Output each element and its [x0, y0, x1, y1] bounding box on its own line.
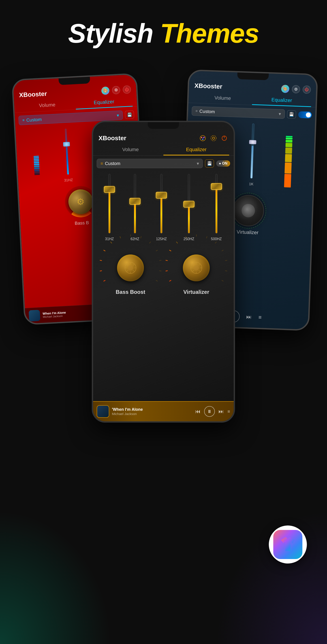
save-btn-red[interactable]: 💾: [125, 110, 134, 119]
svg-point-2: [203, 137, 205, 138]
thumb-31hz-red[interactable]: [63, 142, 70, 147]
svg-line-27: [192, 270, 194, 272]
preset-dropdown-blue[interactable]: ≡ Custom ▾: [192, 106, 285, 119]
svg-point-5: [211, 136, 216, 141]
player-bar-gold: 'When I'm Alone Michael Jackson ⏮ ⏸ ⏭ ≡: [93, 401, 234, 421]
freq-31hz-gold: 31HZ: [105, 237, 114, 241]
freq-31hz-red: 31HZ: [64, 178, 73, 182]
svg-line-25: [199, 270, 200, 272]
palette-icon-red[interactable]: 🎨: [101, 86, 110, 95]
bass-gear-icon: [123, 260, 138, 276]
settings-icon-red[interactable]: ⚙: [112, 86, 120, 94]
power-icon-blue[interactable]: ⏻: [302, 86, 311, 94]
freq-500hz-gold: 500HZ: [211, 237, 222, 241]
knob-row-gold: Bass Boost: [93, 246, 234, 300]
power-icon-red[interactable]: ⏻: [123, 86, 131, 94]
slider-500hz-gold: 500HZ: [211, 174, 222, 241]
gear-icon-red: ⚙: [76, 196, 85, 207]
settings-icon-gold[interactable]: [209, 134, 218, 142]
pause-btn-gold[interactable]: ⏸: [204, 406, 215, 417]
app-icon-inner: [273, 530, 302, 559]
eq-bars-blue: [284, 136, 292, 188]
preset-label-gold: Custom: [105, 161, 120, 166]
phone-gold-header: XBooster: [93, 130, 234, 144]
bg-glow-right: [215, 510, 327, 644]
playlist-btn-gold[interactable]: ≡: [227, 409, 230, 414]
tab-equalizer-blue[interactable]: Equalizer: [252, 94, 311, 107]
notch-gold: [148, 122, 179, 129]
thumb-31hz-gold[interactable]: [104, 186, 115, 193]
save-btn-gold[interactable]: 💾: [205, 160, 214, 168]
app-icon-svg: [277, 533, 299, 556]
bass-boost-knob: Bass Boost: [113, 250, 148, 295]
preset-dropdown-gold[interactable]: ≡ Custom ▾: [97, 159, 203, 168]
freq-250hz-gold: 250HZ: [184, 237, 194, 241]
preset-bar-blue: ≡ Custom ▾ 💾: [192, 106, 312, 120]
title-themes: Themes: [160, 18, 259, 48]
palette-icon-blue[interactable]: 🎨: [281, 85, 289, 93]
next-btn-blue[interactable]: ⏭: [246, 314, 252, 320]
phone-gold-inner: XBooster Volume Equalizer ≡ Cust: [93, 122, 234, 421]
settings-icon-blue[interactable]: ⚙: [292, 85, 300, 93]
toggle-on-gold[interactable]: ● ON: [216, 160, 230, 166]
toggle-label-gold: ● ON: [219, 162, 227, 165]
virtualizer-knob-container: [178, 250, 214, 286]
thumb-250hz-gold[interactable]: [183, 201, 194, 208]
next-btn-gold[interactable]: ⏭: [218, 408, 224, 414]
phone-red-icons: 🎨 ⚙ ⏻: [101, 86, 131, 95]
song-title-gold: 'When I'm Alone: [112, 407, 192, 412]
toggle-blue[interactable]: [298, 111, 312, 118]
phone-gold-tabs: Volume Equalizer: [93, 144, 234, 156]
slider-62hz-gold: 62HZ: [131, 174, 139, 241]
virtualizer-gear-icon: [188, 260, 204, 276]
slider-125hz-gold: 125HZ: [156, 174, 167, 241]
virtualizer-label-gold: Virtualizer: [183, 289, 209, 295]
svg-point-1: [201, 137, 202, 138]
phone-gold-logo: XBooster: [99, 134, 126, 142]
phone-gold-icons: [199, 134, 228, 142]
player-thumb-red: [29, 310, 41, 322]
preset-label-blue: Custom: [199, 109, 215, 114]
bass-boost-label-gold: Bass Boost: [116, 289, 145, 295]
eq-sliders-gold: 31HZ 62HZ 125HZ: [93, 172, 234, 243]
song-artist-gold: Michael Jackson: [112, 412, 192, 416]
app-icon-float[interactable]: [269, 526, 307, 564]
slider-31hz-red: 31HZ: [61, 128, 73, 182]
preset-label-red: Custom: [26, 117, 42, 123]
svg-point-3: [202, 139, 203, 140]
phone-gold: XBooster Volume Equalizer ≡ Cust: [92, 121, 235, 422]
player-info-gold: 'When I'm Alone Michael Jackson: [112, 407, 192, 416]
virtualizer-knob-body-gold[interactable]: [183, 254, 210, 281]
svg-line-17: [127, 270, 128, 272]
thumb-62hz-gold[interactable]: [129, 198, 141, 204]
tab-equalizer-gold[interactable]: Equalizer: [163, 144, 229, 156]
virtualizer-label-blue: Virtualizer: [237, 229, 258, 236]
preset-bar-gold: ≡ Custom ▾ 💾 ● ON: [97, 159, 230, 168]
save-btn-blue[interactable]: 💾: [287, 110, 296, 118]
svg-line-14: [127, 264, 128, 266]
power-icon-gold[interactable]: [220, 134, 228, 142]
svg-line-15: [133, 270, 134, 272]
svg-line-26: [199, 264, 200, 266]
prev-btn-gold[interactable]: ⏮: [195, 408, 201, 414]
svg-point-0: [200, 136, 205, 141]
page-title: Stylish Themes: [0, 18, 327, 49]
playlist-btn-blue[interactable]: ≡: [258, 314, 262, 320]
slider-250hz-gold: 250HZ: [184, 174, 194, 241]
freq-62hz-gold: 62HZ: [131, 237, 139, 241]
bass-knob-body[interactable]: [117, 254, 144, 281]
volume-meter-red: [32, 130, 40, 184]
svg-point-9: [128, 265, 133, 270]
bg-glow-left: [0, 510, 112, 644]
svg-point-4: [212, 137, 215, 139]
thumb-125hz-gold[interactable]: [156, 192, 167, 198]
tab-volume-gold[interactable]: Volume: [98, 144, 163, 156]
phone-blue-logo: XBooster: [194, 82, 222, 90]
title-stylish: Stylish: [68, 18, 160, 48]
palette-icon-gold[interactable]: [199, 134, 207, 142]
tab-volume-blue[interactable]: Volume: [193, 92, 252, 105]
player-thumb-gold: [97, 405, 109, 418]
thumb-500hz-gold[interactable]: [211, 183, 222, 190]
svg-point-19: [194, 265, 199, 270]
virtualizer-knob-item: Virtualizer: [178, 250, 214, 295]
